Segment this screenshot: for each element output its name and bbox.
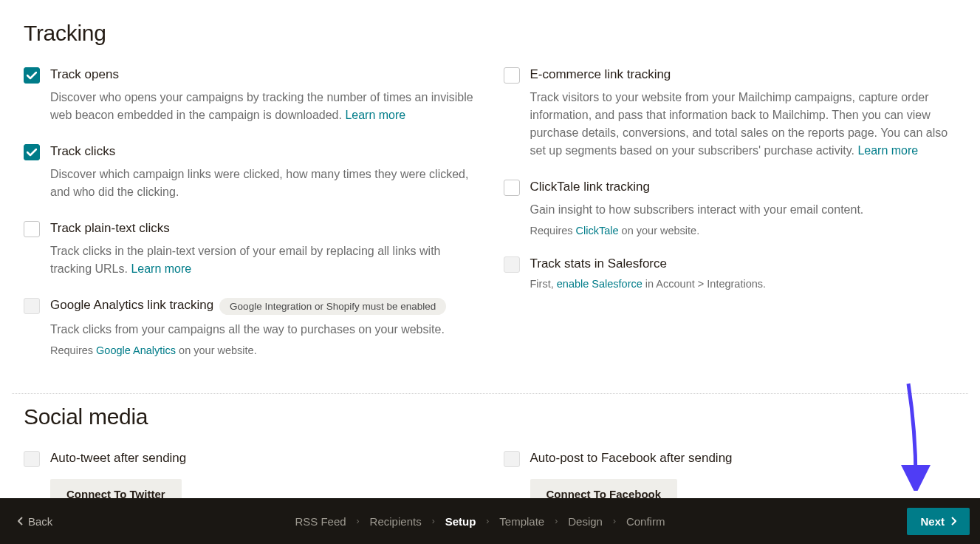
salesforce-tracking-title: Track stats in Salesforce: [530, 256, 668, 271]
track-clicks-title: Track clicks: [50, 144, 115, 158]
clicktale-tracking-title: ClickTale link tracking: [530, 180, 651, 194]
wizard-steps: RSS Feed›Recipients›Setup›Template›Desig…: [295, 515, 665, 528]
chevron-right-icon: ›: [357, 516, 360, 526]
ecommerce-tracking-checkbox[interactable]: [504, 67, 520, 84]
salesforce-tracking-checkbox: [504, 256, 520, 273]
tracking-option-track-plaintext: Track plain-text clicksTrack clicks in t…: [24, 220, 477, 278]
auto-tweet-checkbox[interactable]: [24, 451, 40, 467]
auto-facebook-label: Auto-post to Facebook after sending: [530, 451, 733, 465]
track-clicks-desc: Discover which campaign links were click…: [50, 166, 477, 201]
ga-tracking-badge: Google Integration or Shopify must be en…: [219, 298, 446, 315]
track-clicks-checkbox[interactable]: [24, 144, 40, 160]
track-plaintext-learn-more-link[interactable]: Learn more: [131, 262, 191, 275]
step-design[interactable]: Design: [568, 515, 603, 528]
step-rss-feed[interactable]: RSS Feed: [295, 515, 346, 528]
ga-tracking-title: Google Analytics link tracking: [50, 298, 213, 312]
back-label: Back: [28, 515, 52, 528]
chevron-right-icon: [950, 517, 956, 526]
ga-tracking-sub-link[interactable]: Google Analytics: [96, 344, 176, 356]
ecommerce-tracking-learn-more-link[interactable]: Learn more: [857, 144, 918, 157]
wizard-footer: Back RSS Feed›Recipients›Setup›Template›…: [0, 498, 980, 544]
track-plaintext-title: Track plain-text clicks: [50, 221, 170, 235]
chevron-left-icon: [18, 517, 24, 526]
track-opens-checkbox[interactable]: [24, 67, 40, 84]
clicktale-tracking-checkbox[interactable]: [504, 180, 520, 196]
track-plaintext-desc: Track clicks in the plain-text version o…: [50, 242, 477, 278]
step-template[interactable]: Template: [499, 515, 544, 528]
clicktale-tracking-subtext: Requires ClickTale on your website.: [530, 225, 957, 237]
tracking-option-track-opens: Track opensDiscover who opens your campa…: [24, 67, 477, 124]
step-confirm[interactable]: Confirm: [626, 515, 665, 528]
chevron-right-icon: ›: [613, 516, 616, 526]
salesforce-tracking-subtext: First, enable Salesforce in Account > In…: [530, 278, 957, 290]
ga-tracking-subtext: Requires Google Analytics on your websit…: [50, 344, 477, 356]
next-label: Next: [920, 515, 945, 528]
ga-tracking-checkbox: [24, 298, 40, 314]
ecommerce-tracking-desc: Track visitors to your website from your…: [530, 89, 957, 160]
chevron-right-icon: ›: [555, 516, 558, 526]
tracking-option-salesforce-tracking: Track stats in SalesforceFirst, enable S…: [504, 256, 957, 290]
section-divider: [12, 393, 968, 394]
tracking-option-ecommerce-tracking: E-commerce link trackingTrack visitors t…: [504, 67, 957, 160]
tracking-option-track-clicks: Track clicksDiscover which campaign link…: [24, 143, 477, 201]
next-button[interactable]: Next: [907, 508, 970, 535]
back-button[interactable]: Back: [18, 515, 52, 528]
salesforce-tracking-sub-link[interactable]: enable Salesforce: [557, 278, 643, 290]
clicktale-tracking-sub-link[interactable]: ClickTale: [576, 225, 619, 237]
clicktale-tracking-desc: Gain insight to how subscribers interact…: [530, 201, 957, 219]
tracking-option-ga-tracking: Google Analytics link trackingGoogle Int…: [24, 297, 477, 356]
ecommerce-tracking-title: E-commerce link tracking: [530, 67, 671, 81]
social-heading: Social media: [24, 404, 968, 429]
track-opens-learn-more-link[interactable]: Learn more: [345, 109, 405, 121]
auto-facebook-checkbox[interactable]: [504, 451, 520, 467]
ga-tracking-desc: Track clicks from your campaigns all the…: [50, 321, 477, 339]
chevron-right-icon: ›: [486, 516, 489, 526]
step-recipients[interactable]: Recipients: [370, 515, 422, 528]
track-opens-desc: Discover who opens your campaigns by tra…: [50, 89, 477, 124]
tracking-heading: Tracking: [24, 21, 968, 46]
step-setup[interactable]: Setup: [445, 515, 476, 528]
auto-tweet-label: Auto-tweet after sending: [50, 451, 186, 465]
track-opens-title: Track opens: [50, 67, 119, 81]
track-plaintext-checkbox[interactable]: [24, 221, 40, 237]
tracking-columns: Track opensDiscover who opens your campa…: [12, 67, 968, 375]
tracking-option-clicktale-tracking: ClickTale link trackingGain insight to h…: [504, 179, 957, 237]
chevron-right-icon: ›: [432, 516, 435, 526]
